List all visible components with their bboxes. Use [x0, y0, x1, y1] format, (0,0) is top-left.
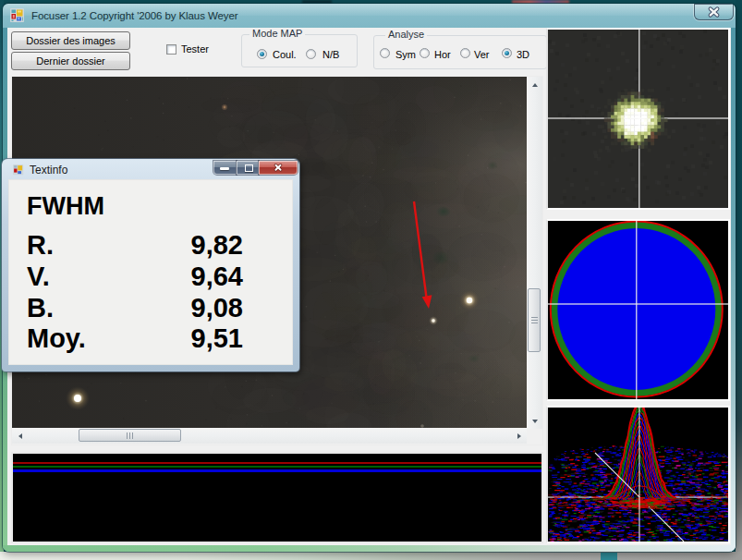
scroll-left-button[interactable]	[12, 428, 28, 444]
textinfo-title-bar[interactable]: Textinfo	[2, 159, 299, 179]
scroll-right-icon	[517, 433, 521, 439]
mode-map-label: Mode MAP	[249, 28, 305, 39]
app-icon	[10, 8, 25, 23]
close-icon	[694, 4, 734, 20]
radio-hor[interactable]	[420, 48, 430, 58]
scroll-right-button[interactable]	[511, 428, 527, 444]
profile-panel	[11, 452, 543, 543]
minimize-button[interactable]	[213, 161, 237, 175]
radio-nb[interactable]	[306, 49, 316, 59]
radio-hor-label: Hor	[434, 49, 451, 60]
radio-sym-label: Sym	[395, 49, 416, 60]
textinfo-title: Textinfo	[30, 164, 67, 177]
maximize-button[interactable]	[237, 161, 259, 175]
circle-box	[546, 219, 730, 401]
textinfo-client: FWHM R. 9,82 V. 9,64 B. 9,08 Moy. 9,51	[8, 179, 293, 365]
fwhm-row-moy-value: 9,51	[191, 323, 243, 354]
textinfo-close-icon	[259, 161, 298, 175]
profile-line-red	[13, 462, 541, 464]
profile-line-green	[13, 466, 541, 468]
analyse-label: Analyse	[385, 29, 427, 40]
fwhm-heading: FWHM	[27, 192, 104, 221]
textinfo-icon	[13, 164, 24, 176]
textinfo-caption-buttons	[213, 161, 299, 175]
star-zoom-svg	[548, 30, 728, 208]
scroll-down-icon	[532, 420, 538, 423]
tester-checkbox[interactable]	[166, 44, 176, 55]
scroll-down-button[interactable]	[527, 413, 542, 429]
textinfo-close-button[interactable]	[259, 161, 298, 175]
tester-checkbox-label: Tester	[181, 43, 209, 55]
analyse-groupbox: Analyse Sym Hor Ver 3D	[373, 35, 547, 69]
mode-map-groupbox: Mode MAP Coul. N/B	[241, 34, 358, 67]
radio-nb-label: N/B	[322, 49, 339, 60]
title-bar[interactable]: Focuser 1.2 Copyright '2006 by Klaus Wey…	[3, 4, 736, 28]
desktop-bottom-accent	[601, 553, 617, 560]
horizontal-scrollbar-thumb[interactable]	[79, 429, 181, 442]
close-button[interactable]	[694, 4, 734, 20]
vertical-scrollbar[interactable]	[527, 77, 542, 429]
fwhm-row-r-label: R.	[27, 230, 54, 261]
desktop-bottom-band	[0, 552, 742, 560]
window-title: Focuser 1.2 Copyright '2006 by Klaus Wey…	[31, 10, 237, 21]
textinfo-window[interactable]: Textinfo FWHM R. 9,82 V. 9,64 B. 9,08 Mo…	[2, 159, 299, 371]
vertical-scrollbar-thumb[interactable]	[528, 288, 541, 352]
fwhm-row-v-label: V.	[27, 262, 50, 292]
minimize-icon	[213, 161, 237, 175]
radio-coul-label: Coul.	[273, 49, 297, 60]
radio-sym[interactable]	[380, 48, 390, 58]
profile-line-blue	[13, 469, 541, 472]
fwhm-row-r-value: 9,82	[191, 230, 243, 261]
window-frame-right	[731, 28, 736, 552]
fwhm-row-v-value: 9,64	[191, 262, 243, 292]
scroll-up-button[interactable]	[527, 77, 542, 92]
circle-svg	[548, 221, 728, 399]
scroll-left-icon	[18, 433, 22, 439]
fwhm-row-moy-label: Moy.	[27, 323, 86, 354]
fwhm-row-b-value: 9,08	[191, 293, 243, 323]
folder-images-button[interactable]: Dossier des images	[11, 31, 130, 50]
surface-3d-svg	[548, 408, 728, 542]
star-zoom-box	[546, 28, 730, 210]
radio-coul[interactable]	[257, 49, 267, 59]
maximize-icon	[237, 161, 259, 175]
fwhm-row-b-label: B.	[27, 293, 54, 323]
surface-3d-box	[546, 406, 730, 543]
horizontal-scrollbar[interactable]	[12, 428, 527, 444]
scroll-up-icon	[532, 83, 538, 87]
radio-3d[interactable]	[502, 48, 512, 58]
window-frame-bottom	[3, 545, 736, 552]
radio-ver[interactable]	[460, 48, 470, 58]
last-folder-button[interactable]: Dernier dossier	[11, 52, 130, 70]
radio-3d-label: 3D	[517, 49, 529, 60]
desktop-right-band	[736, 0, 742, 560]
radio-ver-label: Ver	[474, 49, 490, 60]
